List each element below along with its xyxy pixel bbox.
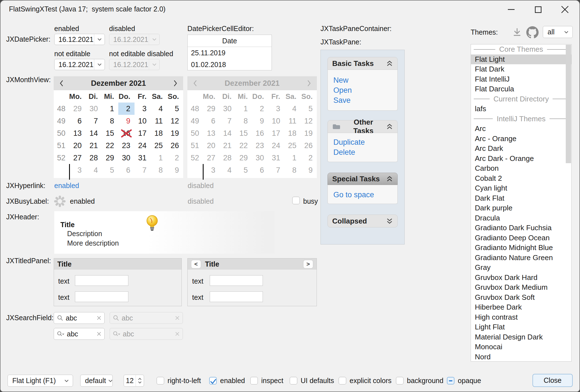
monthview-day-cell[interactable]: 24 <box>135 139 151 152</box>
collapse-chevron-icon[interactable] <box>386 176 393 182</box>
option-checkbox[interactable]: UI defaults <box>290 377 334 385</box>
search-dropdown-icon[interactable] <box>57 331 65 337</box>
celleditor-column-header[interactable]: Date <box>188 35 272 47</box>
monthview-day-cell[interactable]: 3 <box>70 164 86 176</box>
monthview-day-cell[interactable]: 29 <box>102 152 118 164</box>
celleditor-row[interactable]: 01.02.2018 <box>188 59 272 70</box>
busy-checkbox[interactable] <box>292 197 300 204</box>
theme-list-item[interactable]: Carbon <box>471 163 571 174</box>
searchfield-dropdown-enabled[interactable] <box>54 328 105 340</box>
theme-list-item[interactable]: Flat Light <box>471 54 571 65</box>
monthview-day-cell[interactable] <box>54 164 70 176</box>
prev-month-button[interactable] <box>54 76 69 90</box>
monthview-day-cell[interactable]: 27 <box>70 152 86 164</box>
spinner-buttons[interactable] <box>136 375 144 386</box>
text-input-1[interactable] <box>75 275 128 286</box>
theme-list-item[interactable]: Gruvbox Dark Soft <box>471 293 571 303</box>
theme-list-item[interactable]: Nord <box>471 352 571 362</box>
theme-list-item[interactable]: Hiberbee Dark <box>471 302 571 312</box>
spinner-value[interactable]: 12 <box>124 375 136 386</box>
scrollbar-thumb[interactable] <box>566 45 571 163</box>
monthview-day-cell[interactable]: 23 <box>118 139 135 152</box>
monthview-day-cell[interactable]: 25 <box>151 139 167 152</box>
taskpane-action[interactable]: Save <box>333 95 397 105</box>
monthview-day-cell[interactable]: 2 <box>118 103 135 115</box>
text-input-2[interactable] <box>75 291 128 302</box>
theme-list-item[interactable]: Gradianto Dark Fuchsia <box>471 223 571 233</box>
monthview-day-cell[interactable]: 7 <box>135 164 151 176</box>
datepicker-noteditable[interactable]: 16.12.2021 <box>54 59 105 70</box>
taskpane-basic-header[interactable]: Basic Tasks <box>327 57 398 70</box>
monthview-day-cell[interactable]: 6 <box>70 115 86 127</box>
checkbox-box[interactable] <box>447 377 454 384</box>
option-checkbox[interactable]: explicit colors <box>339 377 392 385</box>
monthview-day-cell[interactable]: 28 <box>86 152 102 164</box>
taskpane-action[interactable]: New <box>333 75 397 85</box>
monthview-day-cell[interactable]: 51 <box>54 139 70 152</box>
taskpane-other-header[interactable]: Other Tasks <box>327 120 398 133</box>
monthview-day-cell[interactable]: 50 <box>54 127 70 139</box>
option-checkbox[interactable]: opaque <box>447 377 481 385</box>
datepicker-value[interactable]: 16.12.2021 <box>55 61 94 69</box>
monthview-day-cell[interactable]: 22 <box>102 139 118 152</box>
datepicker-dropdown-button[interactable] <box>94 34 105 45</box>
theme-list-item[interactable]: Core Themes <box>471 44 571 54</box>
monthview-day-cell[interactable]: 3 <box>135 103 151 115</box>
monthview-day-cell[interactable]: 52 <box>54 152 70 164</box>
themes-filter-combo[interactable]: all <box>543 26 573 38</box>
monthview-day-cell[interactable]: 20 <box>70 139 86 152</box>
checkbox-box[interactable] <box>290 377 297 384</box>
collapse-chevron-icon[interactable] <box>386 60 393 66</box>
checkbox-box[interactable] <box>339 377 346 384</box>
taskpane-action[interactable]: Duplicate <box>333 137 397 147</box>
monthview-day-cell[interactable]: 31 <box>135 152 151 164</box>
theme-list-item[interactable]: Dark Flat <box>471 193 571 203</box>
monthview-day-cell[interactable]: 5 <box>167 103 183 115</box>
taskpane-action[interactable]: Go to space <box>333 190 397 200</box>
monthview-day-cell[interactable]: 18 <box>151 127 167 139</box>
text-input-1[interactable] <box>210 275 263 286</box>
taskpane-action[interactable]: Open <box>333 85 397 95</box>
monthview-day-cell[interactable]: 1 <box>151 152 167 164</box>
laf-combo[interactable]: Flat Light (F1) <box>8 375 73 387</box>
option-checkbox[interactable]: inspect <box>250 377 283 385</box>
theme-list-item[interactable]: Flat Darcula <box>471 84 571 94</box>
themes-scrollbar[interactable] <box>566 45 571 362</box>
maximize-button[interactable] <box>532 3 544 16</box>
theme-list-item[interactable]: lafs <box>471 104 571 114</box>
font-size-spinner[interactable]: 12 <box>124 375 144 387</box>
checkbox-box[interactable] <box>157 377 164 384</box>
theme-list-item[interactable]: Cyan light <box>471 183 571 193</box>
monthview-day-cell[interactable]: 8 <box>102 115 118 127</box>
monthview-day-cell[interactable]: 14 <box>86 127 102 139</box>
theme-list-item[interactable]: Gray <box>471 263 571 273</box>
download-themes-icon[interactable] <box>512 27 522 38</box>
monthview-day-cell[interactable]: 9 <box>118 115 135 127</box>
monthview-day-cell[interactable]: 19 <box>167 127 183 139</box>
theme-list-item[interactable]: Flat IntelliJ <box>471 74 571 84</box>
theme-list-item[interactable]: Gradianto Deep Ocean <box>471 233 571 243</box>
taskpane-collapsed-header[interactable]: Collapsed <box>327 215 398 227</box>
theme-list-item[interactable]: Light Flat <box>471 322 571 332</box>
expand-chevron-icon[interactable] <box>386 218 393 224</box>
searchfield-enabled[interactable] <box>54 312 105 324</box>
monthview-day-cell[interactable]: 30 <box>86 103 102 115</box>
theme-list-item[interactable]: High contrast <box>471 312 571 322</box>
monthview-day-cell[interactable]: 21 <box>86 139 102 152</box>
theme-list-item[interactable]: Arc - Orange <box>471 134 571 144</box>
clear-search-icon[interactable] <box>96 331 102 336</box>
minimize-button[interactable] <box>505 3 517 16</box>
monthview-day-cell[interactable]: 15 <box>102 127 118 139</box>
monthview-day-cell[interactable]: 12 <box>167 115 183 127</box>
option-checkbox[interactable]: background <box>396 377 444 385</box>
monthview-day-cell[interactable]: 10 <box>135 115 151 127</box>
checkbox-box[interactable] <box>396 377 404 384</box>
search-input[interactable] <box>67 330 94 338</box>
monthview-day-cell[interactable]: 48 <box>54 103 70 115</box>
monthview-day-cell[interactable]: 4 <box>151 103 167 115</box>
monthview-day-cell[interactable]: 16 <box>118 127 135 139</box>
close-button[interactable]: Close <box>532 374 573 387</box>
collapse-chevron-icon[interactable] <box>386 123 393 130</box>
theme-list-item[interactable]: Arc Dark <box>471 144 571 154</box>
theme-list-item[interactable]: Gruvbox Dark Hard <box>471 273 571 283</box>
